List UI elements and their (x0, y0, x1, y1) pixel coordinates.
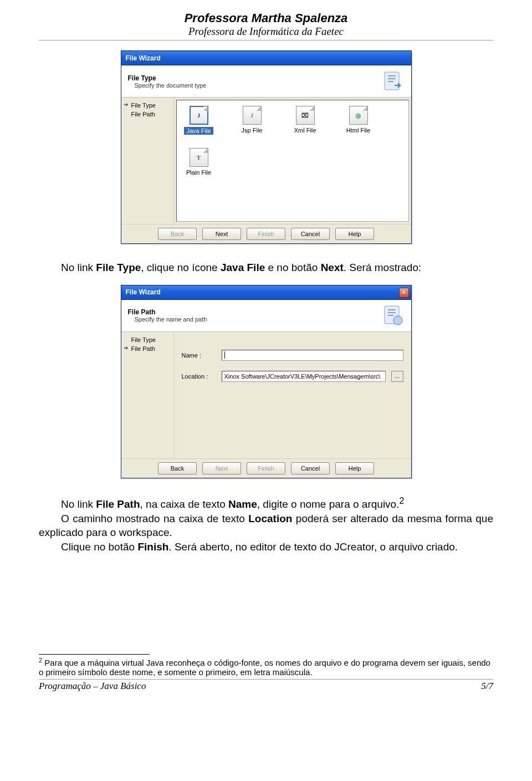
sidebar-item-file-path[interactable]: File Path (124, 110, 171, 119)
wizard-sidebar: File Type File Path (121, 332, 174, 458)
page-footer: Programação – Java Básico 5/7 (39, 681, 493, 692)
dialog-footer: Back Next Finish Cancel Help (121, 458, 411, 478)
file-path-panel: Name : Location : Xinox Software\JCreato… (176, 334, 409, 456)
sidebar-item-file-type[interactable]: File Type (124, 101, 171, 110)
finish-button: Finish (247, 462, 285, 474)
java-file-item[interactable]: J Java File (182, 106, 216, 135)
footer-left: Programação – Java Básico (39, 681, 146, 692)
titlebar[interactable]: File Wizard × (121, 285, 411, 300)
jsp-file-item[interactable]: J Jsp File (236, 106, 269, 135)
wizard-icon (381, 70, 405, 93)
footer-right: 5/7 (481, 681, 493, 692)
svg-rect-2 (388, 78, 396, 79)
page-header: Professora Martha Spalenza Professora de… (39, 11, 493, 38)
jsp-file-icon: J (243, 106, 262, 125)
location-input[interactable]: Xinox Software\JCreatorV3LE\MyProjects\M… (222, 371, 386, 382)
xml-file-label: Xml File (294, 127, 316, 134)
name-input[interactable] (222, 350, 403, 361)
xml-file-item[interactable]: ⌧ Xml File (289, 106, 322, 135)
divider (39, 679, 493, 680)
help-button[interactable]: Help (335, 228, 374, 240)
cancel-button[interactable]: Cancel (291, 228, 330, 240)
java-file-icon: J (190, 106, 208, 125)
file-wizard-dialog-1: File Wizard File Type Specify the docume… (121, 50, 412, 244)
back-button: Back (158, 228, 197, 240)
file-type-panel: J Java File J Jsp File ⌧ Xml File ◎ Html… (176, 100, 409, 222)
sidebar-item-file-path[interactable]: File Path (124, 344, 171, 353)
finish-button: Finish (247, 228, 285, 240)
name-label: Name : (182, 352, 216, 359)
plain-file-icon: T (190, 148, 208, 167)
footnote: 2 Para que a máquina virtual Java reconh… (39, 657, 493, 677)
next-button[interactable]: Next (202, 228, 241, 240)
titlebar[interactable]: File Wizard (121, 51, 411, 65)
dialog-header: File Path Specify the name and path (121, 300, 411, 332)
titlebar-text: File Wizard (126, 54, 161, 62)
titlebar-text: File Wizard (126, 288, 161, 296)
paragraph-2: No link File Path, na caixa de texto Nam… (39, 495, 493, 554)
html-file-label: Html File (346, 127, 370, 134)
dialog-footer: Back Next Finish Cancel Help (121, 224, 411, 243)
cancel-button[interactable]: Cancel (291, 462, 330, 474)
svg-rect-7 (388, 315, 393, 316)
plain-file-label: Plain File (186, 169, 211, 176)
file-wizard-dialog-2: File Wizard × File Path Specify the name… (121, 285, 412, 478)
sidebar-item-file-type[interactable]: File Type (124, 335, 171, 344)
help-button[interactable]: Help (335, 462, 374, 474)
wizard-sidebar: File Type File Path (121, 98, 174, 224)
browse-button[interactable]: ... (391, 371, 403, 382)
wizard-icon (381, 304, 405, 327)
footnote-separator (39, 654, 150, 655)
dialog-body: File Type File Path J Java File J Jsp Fi… (121, 98, 411, 224)
jsp-file-label: Jsp File (242, 127, 263, 134)
back-button[interactable]: Back (158, 462, 197, 474)
paragraph-1: No link File Type, clique no ícone Java … (39, 261, 493, 275)
location-label: Location : (182, 373, 216, 380)
page-subtitle: Professora de Informática da Faetec (39, 25, 493, 38)
next-button: Next (202, 462, 241, 474)
plain-file-item[interactable]: T Plain File (182, 148, 216, 176)
svg-rect-5 (388, 309, 396, 310)
svg-rect-1 (388, 75, 396, 76)
section-title: File Type (128, 74, 207, 82)
svg-point-8 (393, 316, 402, 325)
close-icon[interactable]: × (399, 288, 409, 298)
svg-rect-3 (388, 81, 393, 82)
dialog-body: File Type File Path Name : Location : Xi… (121, 332, 411, 458)
section-desc: Specify the document type (128, 82, 207, 89)
page-title: Professora Martha Spalenza (39, 11, 493, 25)
java-file-label: Java File (184, 127, 213, 135)
svg-rect-6 (388, 312, 396, 313)
dialog-header: File Type Specify the document type (121, 65, 411, 98)
divider (39, 40, 493, 40)
footnote-ref: 2 (399, 496, 404, 506)
section-title: File Path (128, 308, 207, 316)
html-file-item[interactable]: ◎ Html File (342, 106, 375, 135)
xml-file-icon: ⌧ (296, 106, 315, 125)
section-desc: Specify the name and path (128, 316, 207, 323)
html-file-icon: ◎ (349, 106, 368, 125)
